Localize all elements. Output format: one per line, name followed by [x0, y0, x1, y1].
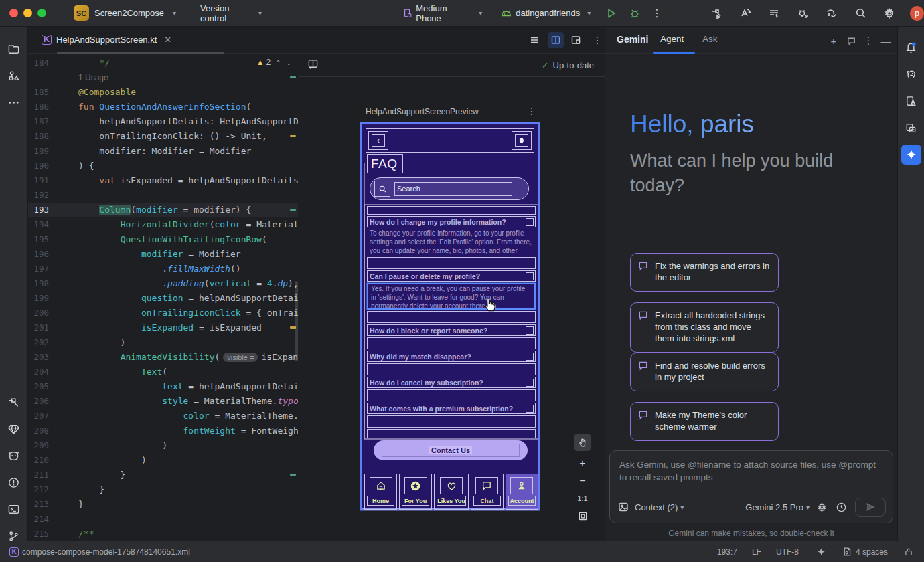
line-number[interactable]: 200 — [28, 306, 56, 320]
code-line[interactable]: 211 } — [28, 468, 298, 482]
settings-gear-icon[interactable] — [882, 6, 897, 21]
editor-tab[interactable]: K HelpAndSupportScreen.kt ✕ — [35, 27, 178, 53]
line-number[interactable]: 198 — [28, 276, 56, 291]
build-icon[interactable] — [710, 6, 724, 21]
close-tab-icon[interactable]: ✕ — [164, 35, 171, 45]
line-number[interactable]: 184 — [28, 56, 56, 70]
code-line[interactable]: 201 isExpanded = isExpanded — [28, 320, 298, 335]
line-number[interactable]: 214 — [28, 512, 56, 527]
editor-scrollbar[interactable] — [295, 281, 298, 361]
code-line[interactable]: 186fun QuestionAndAnswerInfoSection( — [28, 100, 298, 114]
line-number[interactable]: 212 — [28, 482, 56, 497]
code-line[interactable]: 206 style = MaterialTheme.typo — [28, 394, 298, 409]
suggestion-card[interactable]: Fix the warnings and errors in the edito… — [630, 253, 779, 292]
line-number[interactable]: 210 — [28, 453, 56, 468]
suggestion-card[interactable]: Make my Theme's color scheme warmer — [630, 402, 779, 441]
code-line[interactable]: 204 Text( — [28, 365, 298, 379]
version-control-widget[interactable]: Version control ▾ — [200, 3, 262, 23]
tab-agent[interactable]: Agent — [660, 34, 684, 44]
panel-options-kebab-icon[interactable]: ⋮ — [861, 33, 876, 48]
code-line[interactable]: 213} — [28, 497, 298, 512]
profiler-bug-icon[interactable] — [796, 6, 810, 21]
project-tool-icon[interactable] — [4, 39, 24, 59]
search-everywhere-icon[interactable] — [854, 6, 868, 21]
line-number[interactable]: 209 — [28, 438, 56, 453]
code-line[interactable]: 199 question = helpAndSupportDetai — [28, 291, 298, 306]
resource-manager-icon[interactable] — [4, 66, 24, 86]
app-quality-insights-icon[interactable] — [4, 419, 24, 439]
line-number[interactable]: 192 — [28, 188, 56, 203]
code-line[interactable]: 187 helpAndSupportDetails: HelpAndSuppor… — [28, 114, 298, 129]
ai-rename-icon[interactable] — [739, 6, 753, 21]
send-button[interactable] — [855, 498, 886, 517]
line-number[interactable]: 191 — [28, 173, 56, 188]
line-number[interactable]: 202 — [28, 335, 56, 350]
build-tool-icon[interactable] — [4, 392, 24, 412]
statusbar-file[interactable]: K compose-compose-model-1758748140651.xm… — [9, 547, 190, 557]
user-avatar[interactable]: p — [910, 6, 924, 21]
design-mode-icon[interactable] — [568, 32, 584, 48]
prev-warning-icon[interactable]: ⌃ — [275, 59, 281, 66]
code-line[interactable]: 198 .padding(vertical = 4.dp), — [28, 276, 298, 291]
device-selector[interactable]: Medium Phone ▾ — [402, 3, 482, 23]
running-devices-icon[interactable] — [767, 6, 781, 21]
next-warning-icon[interactable]: ⌃ — [286, 59, 291, 66]
hide-panel-icon[interactable]: — — [878, 33, 893, 48]
code-line[interactable]: 203 AnimatedVisibility(visible =isExpan — [28, 350, 298, 365]
editor-options-kebab-icon[interactable]: ⋮ — [589, 32, 605, 48]
code-line[interactable]: 215/** — [28, 527, 298, 541]
attach-image-icon[interactable] — [618, 502, 629, 512]
line-number[interactable]: 188 — [28, 129, 56, 144]
code-line[interactable]: 207 color = MaterialTheme. — [28, 409, 298, 424]
line-separator[interactable]: LF — [752, 547, 761, 557]
code-line[interactable]: 193 Column(modifier = modifier) { — [28, 203, 298, 217]
debug-button[interactable] — [627, 6, 641, 21]
notifications-bell-icon[interactable] — [901, 37, 921, 58]
line-number[interactable]: 195 — [28, 232, 56, 247]
preview-options-kebab-icon[interactable]: ⋮ — [527, 106, 536, 116]
zoom-out-button[interactable]: − — [574, 472, 591, 490]
preview-layout-icon[interactable] — [307, 58, 319, 72]
ai-sparkle-icon[interactable] — [816, 547, 826, 557]
code-line[interactable]: 209 ) — [28, 438, 298, 453]
line-number[interactable]: 197 — [28, 262, 56, 276]
code-line[interactable]: 205 text = helpAndSupportDetai — [28, 379, 298, 394]
chat-history-icon[interactable] — [844, 33, 858, 48]
gradle-sync-icon[interactable] — [825, 6, 839, 21]
line-number[interactable]: 185 — [28, 85, 56, 100]
line-number[interactable]: 203 — [28, 350, 56, 365]
code-line[interactable]: 194 HorizontalDivider(color = Material — [28, 217, 298, 232]
code-line[interactable]: 192 — [28, 188, 298, 203]
run-button[interactable] — [604, 6, 618, 21]
minimize-window-button[interactable] — [23, 9, 32, 17]
zoom-actual-size-button[interactable]: 1:1 — [574, 490, 591, 507]
code-editor[interactable]: 184 */1 Usage185@Composable186fun Questi… — [28, 54, 298, 541]
device-manager-icon[interactable] — [901, 91, 921, 111]
line-number[interactable]: 199 — [28, 291, 56, 306]
suggestion-card[interactable]: Find and resolve build errors in my proj… — [630, 353, 779, 391]
more-tool-windows-icon[interactable] — [4, 92, 24, 112]
split-editor-mode-icon[interactable] — [548, 32, 564, 48]
code-line[interactable]: 195 QuestionWithTrailingIconRow( — [28, 232, 298, 247]
structure-view-icon[interactable] — [526, 32, 542, 48]
line-number[interactable]: 187 — [28, 114, 56, 129]
zoom-window-button[interactable] — [37, 9, 46, 17]
problems-icon[interactable] — [4, 472, 24, 492]
zoom-to-fit-button[interactable] — [574, 507, 591, 525]
line-number[interactable]: 205 — [28, 379, 56, 394]
close-window-button[interactable] — [9, 9, 18, 17]
code-line[interactable]: 191 val isExpanded = helpAndSupportDetai… — [28, 173, 298, 188]
line-number[interactable]: 196 — [28, 247, 56, 262]
code-line[interactable]: 188 onTrailingIconClick: () -> Unit, — [28, 129, 298, 144]
gemini-tool-icon[interactable] — [901, 145, 921, 165]
code-line[interactable]: 208 fontWeight = FontWeigh — [28, 424, 298, 438]
gemini-input-box[interactable]: Ask Gemini, use @filename to attach sour… — [609, 450, 893, 523]
code-line[interactable]: 185@Composable — [28, 85, 298, 100]
line-number[interactable]: 186 — [28, 100, 56, 114]
code-line[interactable]: 190) { — [28, 159, 298, 173]
line-number[interactable]: 215 — [28, 527, 56, 541]
line-number[interactable]: 190 — [28, 159, 56, 173]
new-chat-icon[interactable]: + — [826, 33, 841, 48]
gradle-elephant-icon[interactable] — [901, 64, 921, 84]
project-widget[interactable]: SC Screen2Compose ▾ — [74, 5, 176, 21]
